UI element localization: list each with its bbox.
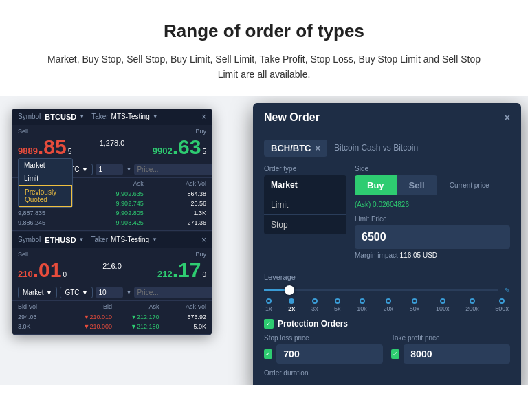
table-row: 294.03 ▼210.010 ▼212.170 676.92 [12,312,212,322]
protection-checkbox[interactable]: ✓ [264,319,274,329]
eth-buy-label: Buy [195,251,206,258]
current-price-val: (Ask) 0.02604826 [355,201,409,208]
leverage-50x[interactable]: 50x [410,298,420,312]
limit-price-row: Limit Price Margin impact 116.05 USD [355,215,510,259]
protection-header: ✓ Protection Orders [264,319,510,329]
limit-price-group: Limit Price Margin impact 116.05 USD [355,215,510,259]
side-limit-section: Side Buy Sell Current price (Ask) 0.0260… [355,165,510,266]
leverage-20x[interactable]: 20x [384,298,394,312]
eth-symbol: ETHUSD [45,236,76,244]
ask-price: 9,903.425 [80,219,143,226]
leverage-100x[interactable]: 100x [436,298,450,312]
stop-loss-input[interactable] [276,344,383,364]
ask-vol: 20.56 [144,200,206,207]
label-3x: 3x [311,305,318,312]
leverage-slider-track[interactable] [264,289,498,291]
limit-price-input[interactable] [355,225,510,249]
stop-loss-group: Stop loss price ✓ [264,334,383,364]
btc-sell-side: Sell 9889 .85 5 [18,128,72,159]
stop-loss-checkbox[interactable]: ✓ [264,349,272,359]
leverage-3x[interactable]: 3x [311,298,318,312]
new-order-header: New Order × [253,103,521,131]
label-20x: 20x [384,305,394,312]
buy-button[interactable]: Buy [355,175,397,195]
ask-vol: 271.36 [144,219,206,226]
btc-qty-input[interactable] [96,164,123,175]
taker-label: Taker [91,113,108,120]
page-title: Range of order of types [41,21,487,42]
order-type-limit[interactable]: Limit [264,195,346,215]
dropdown-limit[interactable]: Limit [19,172,72,185]
eth-ask-2: ▼212.180 [112,323,160,330]
btc-sell-small: 5 [68,148,72,155]
eth-bid-2: ▼210.000 [65,323,113,330]
take-profit-checkbox[interactable]: ✓ [391,349,399,359]
eth-bid-vol-2: 3.0K [18,323,65,330]
btc-symbol: BTCUSD [45,113,76,121]
eth-sell-decimal: .01 [33,258,62,282]
btc-symbol-arrow[interactable]: ▼ [79,113,85,120]
sell-button[interactable]: Sell [397,175,437,195]
label-5x: 5x [334,305,341,312]
eth-taker-arrow[interactable]: ▼ [152,236,157,243]
eth-ask-1: ▼212.170 [112,313,160,320]
leverage-10x[interactable]: 10x [357,298,367,312]
leverage-5x[interactable]: 5x [334,298,341,312]
leverage-1x[interactable]: 1x [265,298,272,312]
symbol-label: Symbol [18,113,41,120]
label-1x: 1x [265,305,272,312]
eth-taker-label: Taker [91,236,108,243]
btc-price-input[interactable] [134,164,212,175]
protection-label: Protection Orders [278,319,348,329]
leverage-500x[interactable]: 500x [495,298,509,312]
eth-middle-price: 216.0 [102,262,122,270]
dot-50x [412,298,417,304]
ask-vol: 1.3K [144,210,206,217]
btc-widget-close[interactable]: × [201,112,206,122]
dot-100x [440,298,446,304]
eth-symbol-arrow[interactable]: ▼ [79,236,85,243]
leverage-section: Leverage ✎ 1x 2x [264,273,510,312]
take-profit-row: ✓ [391,344,510,364]
symbol-tag-close[interactable]: × [316,143,321,153]
margin-impact-label: Margin impact [355,252,398,259]
side-group: Side Buy Sell Current price (Ask) 0.0260… [355,165,510,208]
page-header: Range of order of types Market, Buy Stop… [0,0,528,96]
eth-gtc[interactable]: GTC ▼ [60,287,93,298]
stop-loss-label: Stop loss price [264,334,383,342]
leverage-dots: 1x 2x 3x 5x [264,298,510,312]
btc-buy-label: Buy [195,128,206,135]
eth-taker-val: MTS-Testing [111,236,149,243]
eth-bid-header: Bid [65,303,113,310]
leverage-200x[interactable]: 200x [465,298,479,312]
label-50x: 50x [410,305,420,312]
eth-order-type[interactable]: Market ▼ [18,287,57,298]
order-type-stop[interactable]: Stop [264,215,346,234]
leverage-thumb[interactable] [285,285,294,295]
eth-qty-input[interactable] [96,287,123,298]
new-order-close[interactable]: × [505,112,510,123]
dropdown-market[interactable]: Market [19,159,72,172]
dot-500x [499,298,505,304]
dropdown-previously-quoted[interactable]: Previously Quoted [19,185,72,207]
order-type-side-row: Order type Market Limit Stop Side Bu [264,165,510,266]
margin-impact-val: 116.05 USD [400,252,437,259]
symbol-description: Bitcoin Cash vs Bitcoin [334,143,418,153]
btc-sell-price-big: 9889 [18,146,38,155]
order-type-section: Order type Market Limit Stop [264,165,346,266]
dot-2x [289,298,294,304]
order-type-market[interactable]: Market [264,175,346,195]
eth-price-input[interactable] [134,287,212,298]
taker-arrow[interactable]: ▼ [153,113,158,120]
eth-buy-side: Buy 212 .17 0 [157,251,206,282]
page-description: Market, Buy Stop, Sell Stop, Buy Limit, … [41,52,487,82]
eth-orderbook-header: Bid Vol Bid Ask Ask Vol [12,301,212,312]
take-profit-input[interactable] [404,344,510,364]
eth-widget-close[interactable]: × [201,235,206,245]
leverage-edit-icon[interactable]: ✎ [505,287,510,294]
btc-order-dropdown: Market Limit Previously Quoted [18,158,73,208]
eth-widget: Symbol ETHUSD ▼ Taker MTS-Testing ▼ × Se… [12,232,212,335]
ask-col-header: Ask [80,180,143,187]
bid-price: 9,887.835 [18,210,80,217]
leverage-2x[interactable]: 2x [288,298,295,312]
